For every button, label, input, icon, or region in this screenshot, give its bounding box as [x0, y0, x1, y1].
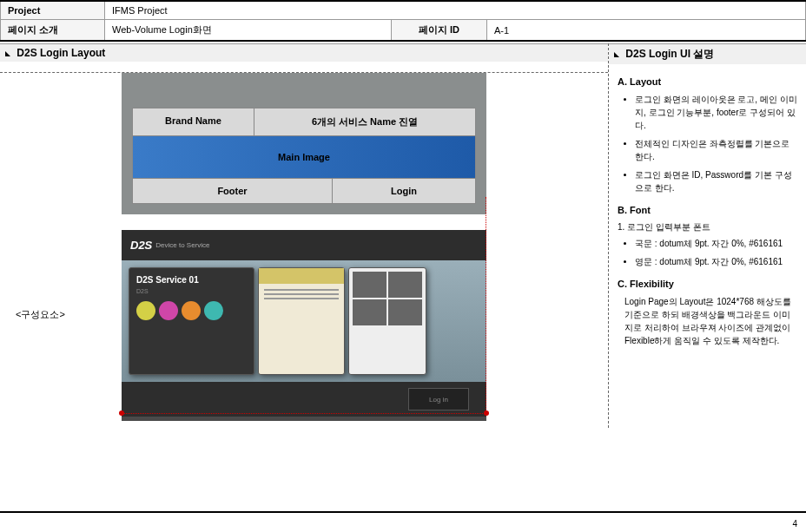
section-a-head: A. Layout: [618, 75, 797, 89]
marker-icon: [5, 51, 10, 56]
preview-circles: [136, 301, 247, 320]
line-icon: [264, 298, 339, 299]
grid-cell: [388, 299, 422, 325]
line-icon: [264, 293, 339, 295]
pageid-label: 페이지 ID: [392, 20, 487, 42]
main-image-cell: Main Image: [132, 136, 476, 179]
circle-icon: [159, 301, 178, 320]
pageintro-label: 페이지 소개: [1, 20, 105, 42]
right-section-title: D2S Login UI 설명: [609, 43, 806, 64]
red-dot-icon: [484, 410, 489, 416]
project-value: IFMS Project: [105, 1, 806, 20]
preview-card-2: [258, 267, 345, 375]
card1-title: D2S Service 01: [136, 275, 247, 285]
right-section-title-text: D2S Login UI 설명: [625, 48, 714, 60]
right-area: D2S Login UI 설명 A. Layout 로그인 화면의 레이아웃은 …: [608, 43, 806, 428]
preview-logo: D2S: [130, 239, 152, 252]
section-b-list: 국문 : dotum체 9pt. 자간 0%, #616161 영문 : dot…: [618, 237, 797, 268]
section-b-intro: 1. 로그인 입력부분 폰트: [618, 220, 797, 233]
preview-logo-sub: Device to Service: [155, 241, 209, 249]
circle-icon: [136, 301, 155, 320]
layout-outer: Brand Name 6개의 서비스 Name 진열 Main Image Fo…: [122, 73, 486, 214]
card2-top: [259, 268, 344, 284]
project-label: Project: [1, 1, 105, 20]
list-item: 영문 : dotum체 9pt. 자간 0%, #616161: [635, 255, 797, 268]
login-page-preview: D2S Device to Service D2S Service 01 D2S: [122, 230, 486, 421]
footer-login-row: Footer Login: [132, 179, 476, 204]
pageintro-value: Web-Volume Login화면: [105, 20, 392, 42]
list-item: 로그인 화면의 레이아웃은 로고, 메인 이미지, 로그인 기능부분, foot…: [635, 93, 797, 132]
red-guideline-v: [486, 197, 486, 414]
grid-cell: [353, 299, 386, 325]
grid-cell: [353, 272, 386, 298]
red-dot-icon: [119, 410, 124, 416]
preview-stack: [430, 267, 479, 375]
page-number: 4: [792, 519, 797, 529]
preview-login-box: Log in: [408, 388, 469, 410]
preview-header: D2S Device to Service: [122, 230, 486, 260]
footer-cell: Footer: [133, 179, 333, 203]
layout-brand-row: Brand Name 6개의 서비스 Name 진열: [132, 108, 476, 136]
services-cell: 6개의 서비스 Name 진열: [254, 108, 475, 135]
list-item: 로그인 화면은 ID, Password를 기본 구성으로 한다.: [635, 168, 797, 194]
list-item: 전체적인 디자인은 좌측정렬를 기본으로 한다.: [635, 137, 797, 163]
preview-body: D2S Service 01 D2S: [122, 260, 486, 382]
circle-icon: [204, 301, 223, 320]
section-c-head: C. Flexibility: [618, 277, 797, 292]
line-icon: [264, 289, 339, 291]
layout-diagram: Brand Name 6개의 서비스 Name 진열 Main Image Fo…: [122, 73, 486, 214]
list-item: 국문 : dotum체 9pt. 자간 0%, #616161: [635, 237, 797, 250]
components-label: <구성요소>: [16, 308, 65, 321]
bottom-border: [0, 511, 806, 513]
brand-name-cell: Brand Name: [133, 108, 254, 135]
header-table: Project IFMS Project 페이지 소개 Web-Volume L…: [0, 0, 806, 42]
preview-card-3: [348, 267, 426, 375]
card2-body: [259, 284, 344, 307]
card1-sub: D2S: [136, 288, 247, 294]
left-section-title: D2S Login Layout: [0, 43, 608, 62]
left-area: D2S Login Layout Brand Name 6개의 서비스 Name…: [0, 43, 608, 428]
preview-footer: Log in: [122, 382, 486, 417]
section-c-text: Login Page의 Layout은 1024*768 해상도를 기준으로 하…: [618, 295, 797, 347]
circle-icon: [182, 301, 201, 320]
marker-icon: [614, 52, 619, 57]
left-section-title-text: D2S Login Layout: [17, 47, 105, 59]
preview-card-1: D2S Service 01 D2S: [129, 267, 254, 375]
red-guideline-h: [122, 413, 486, 414]
card3-grid: [353, 272, 422, 325]
section-a-list: 로그인 화면의 레이아웃은 로고, 메인 이미지, 로그인 기능부분, foot…: [618, 93, 797, 194]
main-area: D2S Login Layout Brand Name 6개의 서비스 Name…: [0, 43, 806, 428]
section-b-head: B. Font: [618, 203, 797, 218]
grid-cell: [388, 272, 422, 298]
login-cell: Login: [333, 179, 475, 203]
pageid-value: A-1: [487, 20, 806, 42]
description-content: A. Layout 로그인 화면의 레이아웃은 로고, 메인 이미지, 로그인 …: [609, 64, 806, 352]
